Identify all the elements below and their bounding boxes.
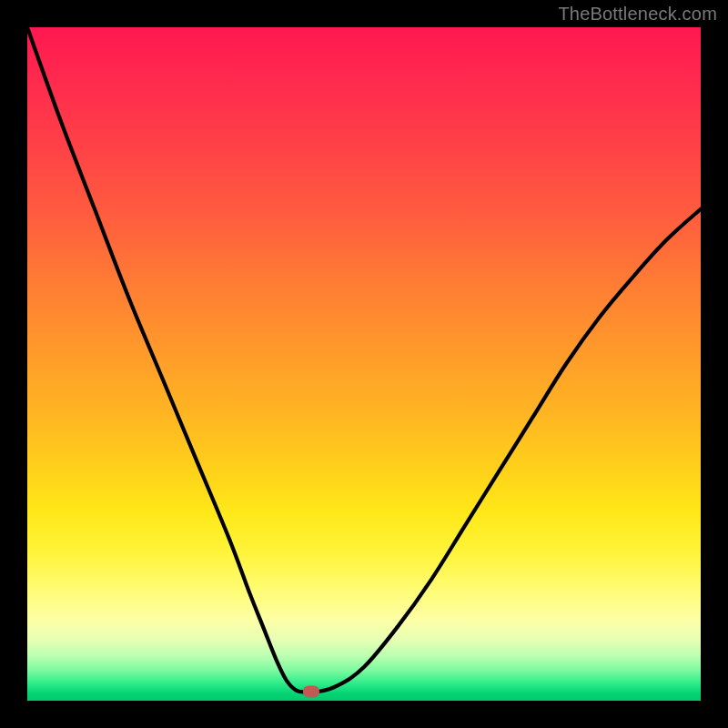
chart-frame: TheBottleneck.com xyxy=(0,0,728,728)
plot-area xyxy=(27,27,701,701)
optimal-point-marker xyxy=(303,686,319,698)
curve-svg xyxy=(27,27,701,701)
bottleneck-curve-path xyxy=(27,27,701,693)
watermark-text: TheBottleneck.com xyxy=(558,4,717,25)
